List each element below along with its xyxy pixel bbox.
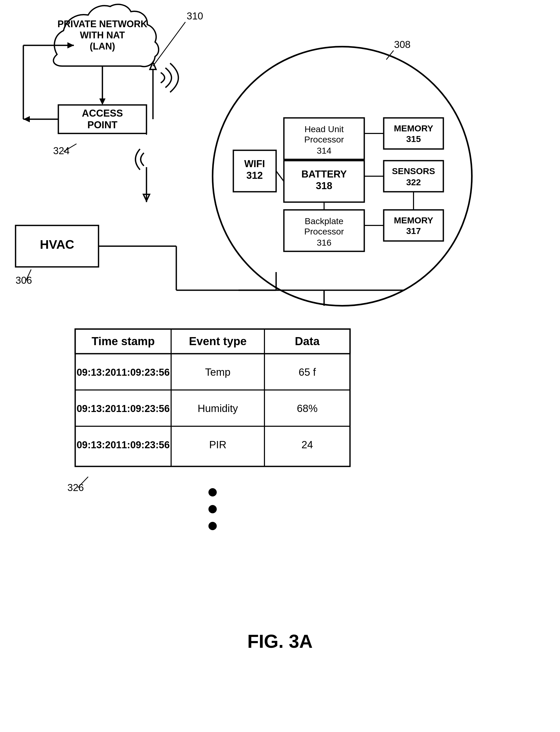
ref-324: 324	[53, 145, 69, 156]
svg-marker-2	[99, 99, 106, 105]
ref-310: 310	[187, 11, 203, 22]
ellipsis-dot3	[208, 522, 217, 530]
cloud-group: PRIVATE NETWORK WITH NAT (LAN)	[53, 4, 159, 67]
row3-timestamp: 09:13:2011:09:23:56	[76, 439, 170, 450]
row2-data: 68%	[297, 403, 318, 414]
row1-timestamp: 09:13:2011:09:23:56	[76, 367, 170, 378]
hvac-label: HVAC	[40, 238, 74, 251]
memory-315-label1: MEMORY	[394, 123, 433, 133]
svg-marker-10	[23, 116, 30, 122]
row1-eventtype: Temp	[205, 366, 230, 378]
memory-315-label2: 315	[406, 134, 421, 144]
header-timestamp: Time stamp	[92, 335, 155, 348]
wifi-label2: 312	[246, 170, 263, 181]
sensors-label1: SENSORS	[392, 166, 435, 176]
ref-308: 308	[394, 39, 410, 50]
ellipsis-dot2	[208, 505, 217, 513]
wifi-label1: WIFI	[244, 158, 265, 169]
access-point-label1: ACCESS	[82, 108, 123, 119]
memory-317-label2: 317	[406, 226, 421, 236]
sensors-box	[384, 161, 443, 192]
memory-315-box	[384, 118, 443, 149]
ref-306: 306	[16, 275, 32, 286]
battery-label1: BATTERY	[301, 169, 347, 180]
row1-data: 65 f	[299, 366, 316, 378]
header-eventtype: Event type	[189, 335, 247, 348]
cloud-label-line2: WITH NAT	[80, 30, 125, 40]
header-data: Data	[295, 335, 320, 348]
cloud-label-line3: (LAN)	[90, 41, 115, 52]
backplate-label3: 316	[317, 238, 332, 248]
data-table: Time stamp Event type Data 09:13:2011:09…	[75, 329, 350, 466]
svg-line-0	[153, 22, 185, 66]
cloud-label-line1: PRIVATE NETWORK	[58, 19, 148, 29]
memory-317-box	[384, 210, 443, 241]
figure-label: FIG. 3A	[247, 631, 313, 652]
ellipsis-dot1	[208, 488, 217, 496]
battery-label2: 318	[316, 180, 332, 191]
head-unit-label3: 314	[317, 146, 332, 156]
row2-eventtype: Humidity	[198, 403, 238, 414]
row2-timestamp: 09:13:2011:09:23:56	[76, 403, 170, 414]
head-unit-label1: Head Unit	[304, 124, 344, 134]
memory-317-label1: MEMORY	[394, 215, 433, 225]
head-unit-label2: Processor	[304, 135, 344, 144]
row3-eventtype: PIR	[209, 439, 227, 450]
diagram-container: PRIVATE NETWORK WITH NAT (LAN) 310 ACCES…	[0, 0, 560, 732]
backplate-label2: Processor	[304, 227, 344, 236]
sensors-label2: 322	[406, 177, 421, 187]
access-point-label2: POINT	[87, 120, 117, 130]
row3-data: 24	[302, 439, 313, 450]
backplate-label1: Backplate	[305, 216, 343, 226]
